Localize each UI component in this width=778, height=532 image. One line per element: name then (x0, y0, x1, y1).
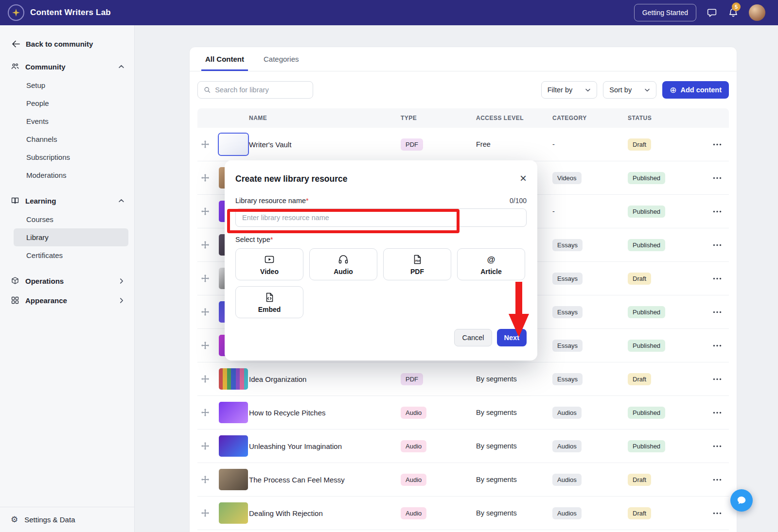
status-badge: Published (628, 340, 665, 352)
row-menu-button[interactable] (706, 512, 729, 515)
messages-icon[interactable] (706, 7, 718, 18)
audio-icon (337, 254, 349, 265)
sidebar-item-subscriptions[interactable]: Subscriptions (0, 148, 128, 166)
table-row[interactable]: Idea Organization PDF By segments Essays… (197, 362, 729, 396)
type-badge: Audio (401, 474, 426, 486)
settings-and-data-link[interactable]: ⚙ Settings & Data (0, 507, 134, 532)
search-icon (204, 86, 211, 94)
type-option-embed[interactable]: Embed (235, 286, 303, 318)
row-thumbnail (219, 402, 248, 423)
row-menu-button[interactable] (706, 210, 729, 213)
user-avatar[interactable] (749, 4, 765, 21)
sidebar-item-courses[interactable]: Courses (0, 210, 128, 228)
search-input[interactable] (215, 86, 307, 94)
appearance-icon (11, 296, 19, 305)
sidebar-item-people[interactable]: People (0, 94, 128, 112)
back-to-community-link[interactable]: Back to community (0, 25, 134, 57)
row-menu-button[interactable] (706, 479, 729, 481)
row-thumbnail (219, 435, 248, 457)
drag-handle-icon[interactable] (197, 207, 219, 215)
chat-launcher-button[interactable] (730, 489, 753, 512)
row-name: Unleashing Your Imagination (249, 442, 401, 450)
top-navbar: Content Writers Lab Getting Started 5 (0, 0, 778, 25)
sidebar-item-library[interactable]: Library (14, 228, 128, 246)
chat-bubble-icon (736, 495, 747, 506)
row-menu-button[interactable] (706, 445, 729, 447)
row-menu-button[interactable] (706, 177, 729, 179)
type-option-video[interactable]: Video (235, 248, 303, 280)
tab-all-content[interactable]: All Content (201, 48, 248, 71)
access-level: By segments (476, 442, 552, 450)
content-tabs: All Content Categories (190, 47, 737, 71)
column-header-status: STATUS (628, 115, 706, 121)
plus-circle-icon: ⊕ (670, 86, 676, 94)
next-button[interactable]: Next (497, 329, 527, 346)
row-name: Writer's Vault (249, 140, 401, 149)
status-badge: Published (628, 306, 665, 318)
required-asterisk: * (306, 197, 309, 205)
sidebar-item-setup[interactable]: Setup (0, 76, 128, 94)
drag-handle-icon[interactable] (197, 442, 219, 450)
row-thumbnail (219, 134, 248, 155)
category-badge: Audios (552, 440, 582, 452)
row-thumbnail (219, 368, 248, 390)
sidebar-item-channels[interactable]: Channels (0, 130, 128, 148)
resource-name-input[interactable] (235, 208, 527, 227)
sidebar-item-events[interactable]: Events (0, 112, 128, 130)
getting-started-button[interactable]: Getting Started (634, 4, 696, 21)
type-option-article[interactable]: @ Article (457, 248, 525, 280)
add-content-button[interactable]: ⊕ Add content (662, 81, 729, 99)
row-menu-button[interactable] (706, 344, 729, 347)
svg-text:@: @ (487, 255, 495, 264)
row-menu-button[interactable] (706, 244, 729, 246)
drag-handle-icon[interactable] (197, 375, 219, 383)
row-menu-button[interactable] (706, 277, 729, 280)
type-option-pdf[interactable]: PDF PDF (383, 248, 451, 280)
sidebar-item-moderations[interactable]: Moderations (0, 166, 128, 184)
column-header-access-level: ACCESS LEVEL (476, 115, 552, 121)
table-row[interactable]: Unleashing Your Imagination Audio By seg… (197, 429, 729, 463)
sidebar-section-operations[interactable]: Operations (0, 271, 134, 291)
row-menu-button[interactable] (706, 378, 729, 380)
table-row[interactable]: The Process Can Feel Messy Audio By segm… (197, 463, 729, 497)
drag-handle-icon[interactable] (197, 174, 219, 182)
drag-handle-icon[interactable] (197, 241, 219, 249)
drag-handle-icon[interactable] (197, 275, 219, 282)
type-option-audio[interactable]: Audio (309, 248, 377, 280)
cancel-button[interactable]: Cancel (454, 329, 492, 346)
sidebar-section-community[interactable]: Community (0, 57, 134, 76)
row-menu-button[interactable] (706, 311, 729, 313)
add-content-label: Add content (680, 86, 722, 94)
sidebar-section-learning[interactable]: Learning (0, 191, 134, 210)
row-thumbnail (219, 502, 248, 524)
svg-text:PDF: PDF (415, 259, 421, 262)
status-badge: Published (628, 440, 665, 452)
sidebar-section-label: Operations (25, 277, 64, 285)
row-menu-button[interactable] (706, 143, 729, 146)
drag-handle-icon[interactable] (197, 509, 219, 517)
table-row[interactable]: How to Recycle Pitches Audio By segments… (197, 396, 729, 429)
drag-handle-icon[interactable] (197, 342, 219, 349)
drag-handle-icon[interactable] (197, 308, 219, 316)
chevron-right-icon (118, 297, 124, 304)
sidebar-section-appearance[interactable]: Appearance (0, 291, 134, 310)
drag-handle-icon[interactable] (197, 476, 219, 483)
sidebar-item-certificates[interactable]: Certificates (0, 246, 128, 264)
category-badge: Audios (552, 507, 582, 519)
library-search[interactable] (197, 81, 313, 99)
row-menu-button[interactable] (706, 412, 729, 414)
library-toolbar: Filter by Sort by ⊕ Add content (197, 81, 729, 99)
chevron-down-icon (585, 87, 591, 93)
drag-handle-icon[interactable] (197, 140, 219, 148)
sort-by-dropdown[interactable]: Sort by (603, 81, 656, 99)
filter-by-dropdown[interactable]: Filter by (541, 81, 598, 99)
category-badge: Audios (552, 474, 582, 486)
table-row[interactable]: Writer's Vault PDF Free - Draft (197, 128, 729, 161)
close-icon[interactable]: × (520, 174, 527, 183)
notifications-bell-icon[interactable]: 5 (727, 7, 739, 18)
tab-categories[interactable]: Categories (260, 48, 303, 71)
drag-handle-icon[interactable] (197, 409, 219, 416)
table-row[interactable]: Dealing With Rejection Audio By segments… (197, 497, 729, 530)
required-asterisk: * (270, 236, 273, 243)
category-badge: Videos (552, 172, 582, 184)
